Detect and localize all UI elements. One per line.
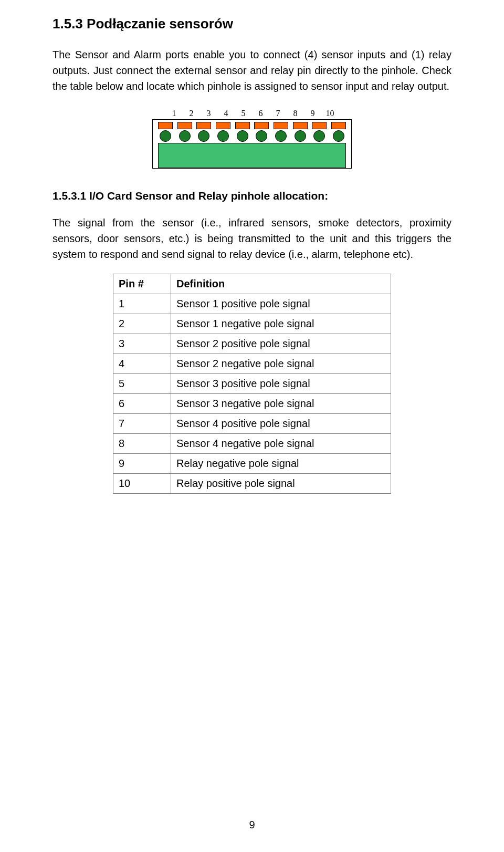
table-row: 9 Relay negative pole signal xyxy=(113,454,391,474)
pin-number: 2 xyxy=(183,109,200,118)
section-title: 1.5.3 Podłączanie sensorów xyxy=(52,16,452,32)
cell-definition: Relay positive pole signal xyxy=(171,474,391,494)
cell-definition: Sensor 2 positive pole signal xyxy=(171,334,391,354)
terminal-block-icon xyxy=(196,122,211,129)
terminal-block-icon xyxy=(274,122,288,129)
pin-number: 6 xyxy=(252,109,269,118)
cell-definition: Sensor 1 positive pole signal xyxy=(171,294,391,314)
cell-pin: 3 xyxy=(113,334,171,354)
pinhole-icon xyxy=(158,130,173,142)
terminal-block-icon xyxy=(331,122,346,129)
terminal-block-icon xyxy=(293,122,308,129)
table-row: 1 Sensor 1 positive pole signal xyxy=(113,294,391,314)
pin-number: 5 xyxy=(235,109,252,118)
table-row: 3 Sensor 2 positive pole signal xyxy=(113,334,391,354)
pin-number: 10 xyxy=(321,109,339,118)
pinhole-icon xyxy=(235,130,250,142)
pinhole-icon xyxy=(196,130,211,142)
terminal-block-icon xyxy=(216,122,230,129)
connector-diagram: 1 2 3 4 5 6 7 8 9 10 xyxy=(52,109,452,169)
subsection-title: 1.5.3.1 I/O Card Sensor and Relay pinhol… xyxy=(52,190,452,202)
cell-pin: 1 xyxy=(113,294,171,314)
pinhole-icon xyxy=(216,130,230,142)
table-row: 2 Sensor 1 negative pole signal xyxy=(113,314,391,334)
pinhole-icon xyxy=(274,130,288,142)
table-header-pin: Pin # xyxy=(113,274,171,294)
pinhole-icon xyxy=(177,130,192,142)
cell-pin: 10 xyxy=(113,474,171,494)
cell-pin: 4 xyxy=(113,354,171,374)
pin-number: 8 xyxy=(287,109,304,118)
pinhole-row xyxy=(158,130,346,142)
table-row: 5 Sensor 3 positive pole signal xyxy=(113,374,391,394)
cell-definition: Sensor 1 negative pole signal xyxy=(171,314,391,334)
cell-pin: 5 xyxy=(113,374,171,394)
cell-definition: Sensor 3 negative pole signal xyxy=(171,394,391,414)
cell-definition: Sensor 4 negative pole signal xyxy=(171,434,391,454)
cell-definition: Sensor 3 positive pole signal xyxy=(171,374,391,394)
section-paragraph-1: The Sensor and Alarm ports enable you to… xyxy=(52,47,452,94)
page-number: 9 xyxy=(0,819,504,831)
cell-pin: 8 xyxy=(113,434,171,454)
cell-pin: 2 xyxy=(113,314,171,334)
pinhole-icon xyxy=(312,130,327,142)
table-header-definition: Definition xyxy=(171,274,391,294)
table-row: 8 Sensor 4 negative pole signal xyxy=(113,434,391,454)
pinhole-icon xyxy=(293,130,308,142)
cell-definition: Relay negative pole signal xyxy=(171,454,391,474)
connector-body xyxy=(158,143,346,168)
pinhole-icon xyxy=(331,130,346,142)
pin-number: 3 xyxy=(200,109,217,118)
terminal-block-icon xyxy=(254,122,269,129)
terminal-block-icon xyxy=(235,122,250,129)
subsection-paragraph: The signal from the sensor (i.e., infrar… xyxy=(52,215,452,262)
terminal-block-icon xyxy=(158,122,173,129)
pin-number: 4 xyxy=(217,109,235,118)
table-row: 7 Sensor 4 positive pole signal xyxy=(113,414,391,434)
cell-definition: Sensor 2 negative pole signal xyxy=(171,354,391,374)
cell-pin: 7 xyxy=(113,414,171,434)
connector-board xyxy=(152,119,352,169)
cell-pin: 9 xyxy=(113,454,171,474)
pin-number: 1 xyxy=(165,109,183,118)
terminal-row-top xyxy=(158,122,346,129)
cell-definition: Sensor 4 positive pole signal xyxy=(171,414,391,434)
table-row: 6 Sensor 3 negative pole signal xyxy=(113,394,391,414)
cell-pin: 6 xyxy=(113,394,171,414)
pinhole-icon xyxy=(254,130,269,142)
pin-number: 7 xyxy=(269,109,287,118)
table-row: 4 Sensor 2 negative pole signal xyxy=(113,354,391,374)
terminal-block-icon xyxy=(312,122,327,129)
terminal-block-icon xyxy=(177,122,192,129)
pin-number-row: 1 2 3 4 5 6 7 8 9 10 xyxy=(152,109,352,118)
table-row: 10 Relay positive pole signal xyxy=(113,474,391,494)
pin-definition-table: Pin # Definition 1 Sensor 1 positive pol… xyxy=(113,274,391,494)
pin-number: 9 xyxy=(304,109,321,118)
